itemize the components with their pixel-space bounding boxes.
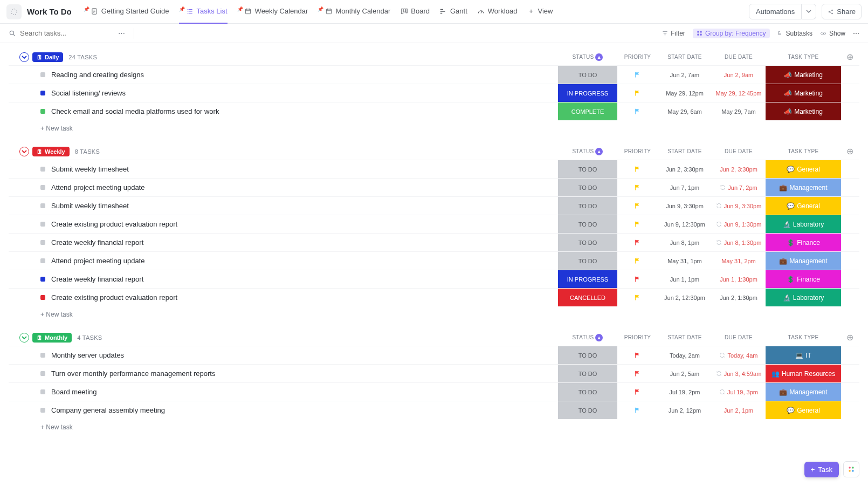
start-date-cell[interactable]: Jun 8, 1pm	[658, 234, 712, 251]
status-cell[interactable]: TO DO	[558, 160, 617, 178]
due-date-cell[interactable]: Jun 2, 9am	[712, 66, 766, 84]
priority-cell[interactable]	[617, 252, 658, 270]
task-row[interactable]: Reading and creating designsTO DOJun 2, …	[9, 65, 859, 84]
task-type-cell[interactable]: 💻IT	[766, 346, 841, 364]
col-due[interactable]: DUE DATE	[712, 148, 766, 154]
status-square-icon[interactable]	[40, 277, 45, 282]
status-square-icon[interactable]	[40, 109, 45, 114]
task-type-cell[interactable]: 💬General	[766, 197, 841, 215]
priority-cell[interactable]	[617, 102, 658, 120]
col-type[interactable]: TASK TYPE	[766, 54, 841, 60]
task-row[interactable]: Submit weekly timesheetTO DOJun 2, 3:30p…	[9, 160, 859, 178]
start-date-cell[interactable]: Jun 7, 1pm	[658, 179, 712, 196]
group-pill[interactable]: 🗓Monthly	[32, 333, 72, 343]
due-date-cell[interactable]: May 31, 2pm	[712, 252, 766, 270]
search-more-button[interactable]: ⋯	[118, 29, 125, 37]
start-date-cell[interactable]: Jun 9, 3:30pm	[658, 197, 712, 215]
collapse-toggle[interactable]	[19, 333, 29, 343]
priority-cell[interactable]	[617, 84, 658, 102]
due-date-cell[interactable]: Jun 9, 1:30pm	[712, 215, 766, 233]
due-date-cell[interactable]: Jun 7, 2pm	[712, 179, 766, 196]
priority-cell[interactable]	[617, 179, 658, 196]
status-square-icon[interactable]	[40, 185, 45, 190]
col-status[interactable]: STATUS ▲	[558, 148, 617, 155]
task-type-cell[interactable]: 📣Marketing	[766, 66, 841, 84]
toolbar-more-button[interactable]: ⋯	[853, 30, 859, 37]
space-icon[interactable]	[6, 4, 22, 19]
due-date-cell[interactable]: May 29, 7am	[712, 102, 766, 120]
task-row[interactable]: Submit weekly timesheetTO DOJun 9, 3:30p…	[9, 196, 859, 215]
task-name[interactable]: Create existing product evaluation repor…	[51, 220, 177, 228]
view-tab-tasks-list[interactable]: 📌Tasks List	[179, 0, 228, 24]
groupby-button[interactable]: Group by: Frequency	[693, 29, 770, 38]
status-cell[interactable]: TO DO	[558, 66, 617, 84]
start-date-cell[interactable]: May 29, 12pm	[658, 84, 712, 102]
status-cell[interactable]: TO DO	[558, 346, 617, 364]
view-tab-gantt[interactable]: Gantt	[439, 0, 467, 24]
start-date-cell[interactable]: May 29, 6am	[658, 102, 712, 120]
task-type-cell[interactable]: 🔬Laboratory	[766, 215, 841, 233]
task-name[interactable]: Board meeting	[51, 388, 97, 396]
status-square-icon[interactable]	[40, 389, 45, 394]
task-type-cell[interactable]: 💬General	[766, 401, 841, 419]
status-square-icon[interactable]	[40, 72, 45, 77]
start-date-cell[interactable]: Jun 2, 12pm	[658, 401, 712, 419]
task-name[interactable]: Company general assembly meeting	[51, 406, 165, 414]
priority-cell[interactable]	[617, 234, 658, 251]
status-cell[interactable]: TO DO	[558, 383, 617, 401]
start-date-cell[interactable]: Jun 2, 12:30pm	[658, 289, 712, 306]
task-row[interactable]: Create weekly financial reportTO DOJun 8…	[9, 233, 859, 251]
task-row[interactable]: Check email and social media platforms u…	[9, 102, 859, 120]
status-cell[interactable]: TO DO	[558, 401, 617, 419]
due-date-cell[interactable]: Jul 19, 3pm	[712, 383, 766, 401]
priority-cell[interactable]	[617, 289, 658, 306]
new-task-button[interactable]: + New task	[9, 419, 859, 434]
search-input[interactable]	[20, 29, 106, 37]
status-cell[interactable]: COMPLETE	[558, 102, 617, 120]
start-date-cell[interactable]: Jun 9, 12:30pm	[658, 215, 712, 233]
start-date-cell[interactable]: Jun 2, 5am	[658, 365, 712, 382]
start-date-cell[interactable]: Jul 19, 2pm	[658, 383, 712, 401]
due-date-cell[interactable]: Jun 2, 1:30pm	[712, 289, 766, 306]
group-pill[interactable]: 🗓Weekly	[32, 147, 70, 156]
task-row[interactable]: Turn over monthly performance management…	[9, 364, 859, 382]
col-start[interactable]: START DATE	[658, 148, 712, 154]
priority-cell[interactable]	[617, 197, 658, 215]
task-name[interactable]: Submit weekly timesheet	[51, 165, 129, 173]
start-date-cell[interactable]: May 31, 1pm	[658, 252, 712, 270]
priority-cell[interactable]	[617, 160, 658, 178]
task-row[interactable]: Attend project meeting updateTO DOJun 7,…	[9, 178, 859, 196]
col-priority[interactable]: PRIORITY	[617, 148, 658, 154]
view-tab-getting-started-guide[interactable]: 📌Getting Started Guide	[84, 0, 169, 24]
task-name[interactable]: Create existing product evaluation repor…	[51, 293, 177, 302]
status-cell[interactable]: TO DO	[558, 252, 617, 270]
automations-dropdown[interactable]	[802, 4, 816, 19]
collapse-toggle[interactable]	[19, 147, 29, 156]
due-date-cell[interactable]: Jun 9, 3:30pm	[712, 197, 766, 215]
task-name[interactable]: Social listening/ reviews	[51, 89, 126, 97]
view-tab-board[interactable]: Board	[400, 0, 430, 24]
priority-cell[interactable]	[617, 270, 658, 288]
view-tab-workload[interactable]: Workload	[477, 0, 518, 24]
col-status[interactable]: STATUS ▲	[558, 53, 617, 61]
due-date-cell[interactable]: Jun 3, 4:59am	[712, 365, 766, 382]
status-square-icon[interactable]	[40, 167, 45, 172]
automations-button[interactable]: Automations	[749, 4, 802, 19]
task-type-cell[interactable]: 👥Human Resources	[766, 365, 841, 382]
start-date-cell[interactable]: Jun 2, 7am	[658, 66, 712, 84]
task-row[interactable]: Create existing product evaluation repor…	[9, 288, 859, 306]
task-name[interactable]: Attend project meeting update	[51, 257, 144, 265]
col-due[interactable]: DUE DATE	[712, 54, 766, 60]
task-type-cell[interactable]: 💲Finance	[766, 234, 841, 251]
status-square-icon[interactable]	[40, 203, 45, 208]
status-square-icon[interactable]	[40, 408, 45, 413]
col-type[interactable]: TASK TYPE	[766, 148, 841, 154]
task-row[interactable]: Monthly server updatesTO DOToday, 2amTod…	[9, 346, 859, 364]
task-name[interactable]: Attend project meeting update	[51, 183, 144, 191]
priority-cell[interactable]	[617, 383, 658, 401]
priority-cell[interactable]	[617, 215, 658, 233]
add-column-button[interactable]: ⊕	[841, 146, 859, 156]
task-name[interactable]: Monthly server updates	[51, 351, 124, 359]
task-type-cell[interactable]: 💼Management	[766, 179, 841, 196]
status-cell[interactable]: TO DO	[558, 179, 617, 196]
